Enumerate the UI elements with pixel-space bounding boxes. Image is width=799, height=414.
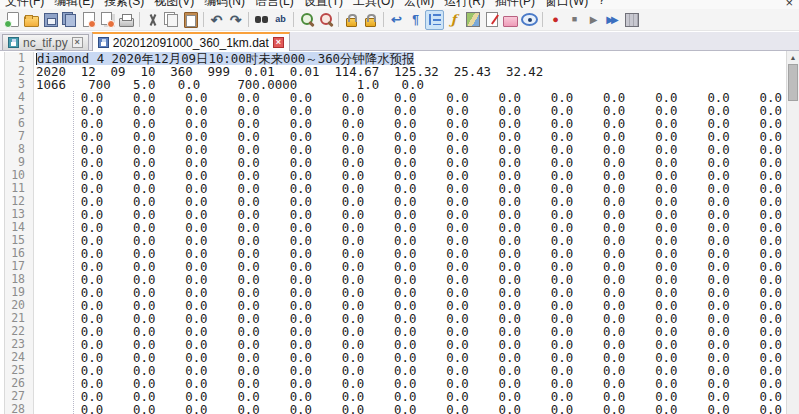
line-text[interactable]: 0.0 0.0 0.0 0.0 0.0 0.0 0.0 0.0 0.0 0.0 …	[34, 286, 799, 299]
show-all-characters-icon-glyph: ¶	[407, 12, 424, 28]
editor-area[interactable]: 1diamond 4 2020年12月09日10:00时未来000～360分钟降…	[0, 51, 799, 414]
zoom-in-icon-glyph	[298, 12, 315, 28]
line-text[interactable]: 0.0 0.0 0.0 0.0 0.0 0.0 0.0 0.0 0.0 0.0 …	[34, 156, 799, 169]
folder-as-workspace-icon[interactable]	[501, 10, 520, 30]
tab-label: nc_tif.py	[23, 36, 68, 50]
line-text[interactable]: 0.0 0.0 0.0 0.0 0.0 0.0 0.0 0.0 0.0 0.0 …	[34, 247, 799, 260]
cut-icon[interactable]	[143, 10, 162, 30]
tab-close-icon[interactable]: ×	[273, 37, 284, 48]
menu-item-6[interactable]: 语言(L)	[255, 0, 294, 9]
function-list-icon[interactable]: ƒ	[444, 10, 463, 30]
save-icon[interactable]	[41, 10, 60, 30]
close-all-icon-glyph	[99, 12, 116, 28]
paste-icon[interactable]	[181, 10, 200, 30]
line-text[interactable]: 0.0 0.0 0.0 0.0 0.0 0.0 0.0 0.0 0.0 0.0 …	[34, 182, 799, 195]
line-text[interactable]: 0.0 0.0 0.0 0.0 0.0 0.0 0.0 0.0 0.0 0.0 …	[34, 325, 799, 338]
find-icon[interactable]	[252, 10, 271, 30]
line-text[interactable]: 0.0 0.0 0.0 0.0 0.0 0.0 0.0 0.0 0.0 0.0 …	[34, 143, 799, 156]
menu-item-10[interactable]: 运行(R)	[444, 0, 485, 9]
line-text[interactable]: 0.0 0.0 0.0 0.0 0.0 0.0 0.0 0.0 0.0 0.0 …	[34, 260, 799, 273]
file-monitoring-icon[interactable]	[520, 10, 539, 30]
line-text[interactable]: 0.0 0.0 0.0 0.0 0.0 0.0 0.0 0.0 0.0 0.0 …	[34, 104, 799, 117]
line-text[interactable]: 0.0 0.0 0.0 0.0 0.0 0.0 0.0 0.0 0.0 0.0 …	[34, 312, 799, 325]
line-text[interactable]: 0.0 0.0 0.0 0.0 0.0 0.0 0.0 0.0 0.0 0.0 …	[34, 390, 799, 403]
line-text[interactable]: 1066 700 5.0 0.0 700.0000 1.0 0.0	[34, 78, 799, 91]
macro-save-icon[interactable]	[622, 10, 641, 30]
show-all-characters-icon[interactable]: ¶	[406, 10, 425, 30]
show-indent-guide-icon[interactable]	[425, 10, 444, 30]
redo-icon[interactable]: ↷	[226, 10, 245, 30]
editor-line: 21 0.0 0.0 0.0 0.0 0.0 0.0 0.0 0.0 0.0 0…	[0, 312, 799, 325]
sync-vertical-scroll-icon-glyph	[343, 12, 360, 28]
menu-item-1[interactable]: 文件(F)	[5, 0, 44, 9]
zoom-out-icon[interactable]	[316, 10, 335, 30]
word-wrap-icon[interactable]: ↩	[387, 10, 406, 30]
menu-item-9[interactable]: 宏(M)	[404, 0, 434, 9]
undo-icon[interactable]: ↶	[207, 10, 226, 30]
copy-icon[interactable]	[162, 10, 181, 30]
macro-document-icon[interactable]	[482, 10, 501, 30]
menu-item-4[interactable]: 视图(V)	[154, 0, 194, 9]
line-text[interactable]: 0.0 0.0 0.0 0.0 0.0 0.0 0.0 0.0 0.0 0.0 …	[34, 195, 799, 208]
sync-horizontal-scroll-icon[interactable]	[361, 10, 380, 30]
line-text[interactable]: diamond 4 2020年12月09日10:00时未来000～360分钟降水…	[34, 52, 799, 65]
open-file-icon[interactable]	[22, 10, 41, 30]
replace-icon[interactable]: ab	[271, 10, 290, 30]
vertical-scrollbar[interactable]: ▲	[786, 51, 799, 414]
line-text[interactable]: 0.0 0.0 0.0 0.0 0.0 0.0 0.0 0.0 0.0 0.0 …	[34, 273, 799, 286]
editor-line: 19 0.0 0.0 0.0 0.0 0.0 0.0 0.0 0.0 0.0 0…	[0, 286, 799, 299]
line-text[interactable]: 0.0 0.0 0.0 0.0 0.0 0.0 0.0 0.0 0.0 0.0 …	[34, 338, 799, 351]
macro-play-icon[interactable]: ▶	[584, 10, 603, 30]
scroll-up-arrow-icon[interactable]: ▲	[787, 51, 799, 64]
macro-stop-icon[interactable]: ■	[565, 10, 584, 30]
save-all-icon[interactable]	[60, 10, 79, 30]
tab-close-icon[interactable]: ×	[72, 37, 83, 48]
line-text[interactable]: 0.0 0.0 0.0 0.0 0.0 0.0 0.0 0.0 0.0 0.0 …	[34, 403, 799, 414]
window-close-icon[interactable]: ×	[785, 0, 793, 9]
editor-line: 5 0.0 0.0 0.0 0.0 0.0 0.0 0.0 0.0 0.0 0.…	[0, 104, 799, 117]
editor-line: 12 0.0 0.0 0.0 0.0 0.0 0.0 0.0 0.0 0.0 0…	[0, 195, 799, 208]
line-text[interactable]: 0.0 0.0 0.0 0.0 0.0 0.0 0.0 0.0 0.0 0.0 …	[34, 130, 799, 143]
line-text[interactable]: 0.0 0.0 0.0 0.0 0.0 0.0 0.0 0.0 0.0 0.0 …	[34, 221, 799, 234]
word-wrap-icon-glyph: ↩	[388, 12, 405, 28]
line-text[interactable]: 0.0 0.0 0.0 0.0 0.0 0.0 0.0 0.0 0.0 0.0 …	[34, 117, 799, 130]
sync-vertical-scroll-icon[interactable]	[342, 10, 361, 30]
editor-line: 4 0.0 0.0 0.0 0.0 0.0 0.0 0.0 0.0 0.0 0.…	[0, 91, 799, 104]
close-all-icon[interactable]	[98, 10, 117, 30]
file-saved-icon	[8, 37, 19, 48]
document-map-icon[interactable]	[463, 10, 482, 30]
new-file-icon[interactable]	[3, 10, 22, 30]
macro-run-multiple-icon[interactable]: ▶▶	[603, 10, 622, 30]
tab-2[interactable]: 202012091000_360_1km.dat×	[92, 32, 290, 51]
menu-item-13[interactable]: ?	[598, 0, 605, 9]
line-text[interactable]: 0.0 0.0 0.0 0.0 0.0 0.0 0.0 0.0 0.0 0.0 …	[34, 377, 799, 390]
print-icon[interactable]	[117, 10, 136, 30]
line-text[interactable]: 0.0 0.0 0.0 0.0 0.0 0.0 0.0 0.0 0.0 0.0 …	[34, 364, 799, 377]
scrollbar-thumb[interactable]	[788, 64, 798, 101]
zoom-in-icon[interactable]	[297, 10, 316, 30]
menu-item-2[interactable]: 编辑(E)	[54, 0, 94, 9]
line-text[interactable]: 0.0 0.0 0.0 0.0 0.0 0.0 0.0 0.0 0.0 0.0 …	[34, 91, 799, 104]
editor-line: 8 0.0 0.0 0.0 0.0 0.0 0.0 0.0 0.0 0.0 0.…	[0, 143, 799, 156]
close-file-icon[interactable]	[79, 10, 98, 30]
replace-icon-glyph: ab	[272, 12, 289, 28]
toolbar-separator	[542, 12, 543, 27]
menu-item-12[interactable]: 窗口(W)	[545, 0, 588, 9]
macro-record-icon[interactable]: ●	[546, 10, 565, 30]
save-all-icon-glyph	[61, 12, 78, 28]
editor-line: 18 0.0 0.0 0.0 0.0 0.0 0.0 0.0 0.0 0.0 0…	[0, 273, 799, 286]
line-text[interactable]: 0.0 0.0 0.0 0.0 0.0 0.0 0.0 0.0 0.0 0.0 …	[34, 299, 799, 312]
line-text[interactable]: 0.0 0.0 0.0 0.0 0.0 0.0 0.0 0.0 0.0 0.0 …	[34, 351, 799, 364]
tab-1[interactable]: nc_tif.py×	[2, 34, 89, 50]
menu-item-8[interactable]: 工具(O)	[353, 0, 394, 9]
editor-line: 22 0.0 0.0 0.0 0.0 0.0 0.0 0.0 0.0 0.0 0…	[0, 325, 799, 338]
line-text[interactable]: 0.0 0.0 0.0 0.0 0.0 0.0 0.0 0.0 0.0 0.0 …	[34, 208, 799, 221]
line-number: 28	[0, 403, 34, 414]
line-text[interactable]: 2020 12 09 10 360 999 0.01 0.01 114.67 1…	[34, 65, 799, 78]
menu-item-5[interactable]: 编码(N)	[204, 0, 245, 9]
menu-item-3[interactable]: 搜索(S)	[104, 0, 144, 9]
line-text[interactable]: 0.0 0.0 0.0 0.0 0.0 0.0 0.0 0.0 0.0 0.0 …	[34, 234, 799, 247]
menu-item-11[interactable]: 插件(P)	[495, 0, 535, 9]
line-text[interactable]: 0.0 0.0 0.0 0.0 0.0 0.0 0.0 0.0 0.0 0.0 …	[34, 169, 799, 182]
menu-item-7[interactable]: 设置(T)	[304, 0, 343, 9]
